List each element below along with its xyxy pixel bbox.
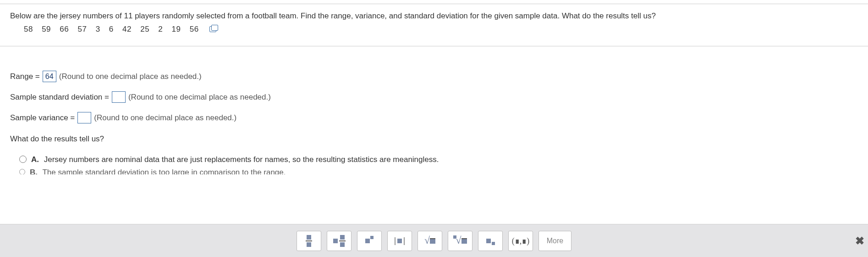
choice-a-radio[interactable] [19, 156, 27, 163]
choice-b-partial[interactable]: B. The sample standard deviation is too … [10, 168, 858, 174]
variance-row: Sample variance = (Round to one decimal … [10, 107, 858, 128]
nth-root-button[interactable]: √ [448, 231, 472, 251]
variance-label: Sample variance = [10, 113, 75, 123]
data-value: 57 [77, 25, 87, 34]
range-input[interactable] [43, 71, 56, 82]
close-toolbar-icon[interactable]: ✖ [852, 232, 867, 250]
interpretation-question: What do the results tell us? [10, 128, 858, 151]
data-value: 56 [190, 25, 199, 34]
stddev-label: Sample standard deviation = [10, 93, 109, 102]
mixed-fraction-button[interactable] [327, 231, 352, 251]
choice-b-letter: B. [30, 168, 38, 174]
stddev-input[interactable] [112, 91, 126, 103]
data-value: 2 [158, 25, 163, 34]
data-value: 6 [109, 25, 114, 34]
subscript-button[interactable] [478, 231, 503, 251]
variance-input[interactable] [77, 112, 91, 123]
divider [0, 46, 868, 46]
data-value: 19 [172, 25, 181, 34]
math-toolbar: || √ √ (∎,∎) More ✖ [0, 224, 868, 257]
question-prompt: Below are the jersey numbers of 11 playe… [10, 11, 858, 22]
choice-a[interactable]: A. Jersey numbers are nominal data that … [10, 151, 858, 168]
absolute-value-button[interactable]: || [387, 231, 412, 251]
data-value: 3 [96, 25, 100, 34]
more-label: More [547, 237, 563, 245]
interval-button[interactable]: (∎,∎) [508, 231, 533, 251]
choice-b-radio[interactable] [19, 169, 25, 174]
choice-b-text: The sample standard deviation is too lar… [42, 168, 286, 174]
more-button[interactable]: More [538, 231, 571, 251]
range-row: Range = (Round to one decimal place as n… [10, 66, 858, 87]
copy-data-icon[interactable] [209, 26, 216, 32]
data-value: 66 [60, 25, 69, 34]
fraction-button[interactable] [297, 231, 321, 251]
exponent-button[interactable] [357, 231, 382, 251]
square-root-button[interactable]: √ [418, 231, 442, 251]
data-value: 59 [42, 25, 51, 34]
data-value: 58 [24, 25, 33, 34]
answer-area: Range = (Round to one decimal place as n… [0, 61, 868, 224]
choice-a-text: Jersey numbers are nominal data that are… [44, 155, 439, 164]
data-values: 58 59 66 57 3 6 42 25 2 19 56 [10, 22, 858, 41]
data-value: 42 [122, 25, 132, 34]
question-stem: Below are the jersey numbers of 11 playe… [0, 4, 868, 46]
choice-a-letter: A. [31, 155, 39, 164]
variance-hint: (Round to one decimal place as needed.) [94, 113, 236, 123]
stddev-row: Sample standard deviation = (Round to on… [10, 87, 858, 107]
data-value: 25 [140, 25, 149, 34]
stddev-hint: (Round to one decimal place as needed.) [128, 93, 271, 102]
range-hint: (Round to one decimal place as needed.) [59, 72, 202, 81]
range-label: Range = [10, 72, 40, 81]
